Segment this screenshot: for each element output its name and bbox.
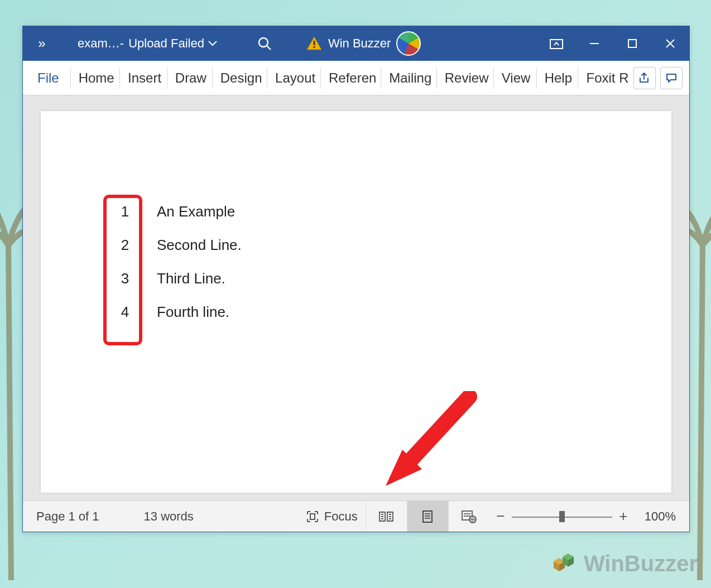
ribbon: File Home Insert Draw Design Layout Refe… — [23, 61, 689, 95]
warning-icon — [306, 36, 323, 51]
document-line: 2 Second Line. — [112, 228, 671, 262]
svg-rect-6 — [628, 40, 636, 47]
document-line: 4 Fourth line. — [112, 295, 671, 329]
tab-file[interactable]: File — [26, 70, 70, 86]
focus-mode-button[interactable]: Focus — [297, 509, 366, 524]
line-number: 2 — [112, 237, 138, 254]
title-bar: » exam… - Upload Failed Win Buzzer — [23, 26, 689, 61]
page-count[interactable]: Page 1 of 1 — [36, 509, 99, 524]
svg-line-1 — [267, 46, 271, 50]
word-window: » exam… - Upload Failed Win Buzzer — [22, 26, 690, 532]
read-mode-button[interactable] — [366, 501, 407, 532]
focus-label: Focus — [324, 509, 358, 524]
line-text[interactable]: Fourth line. — [157, 303, 229, 321]
zoom-out-button[interactable]: − — [489, 508, 512, 525]
svg-point-0 — [259, 38, 268, 47]
svg-rect-4 — [550, 40, 563, 49]
user-name[interactable]: Win Buzzer — [328, 36, 391, 51]
avatar[interactable] — [396, 31, 421, 56]
tab-mailings[interactable]: Mailing — [381, 68, 436, 89]
minimize-button[interactable] — [575, 26, 613, 61]
maximize-button[interactable] — [613, 26, 651, 61]
tab-insert[interactable]: Insert — [119, 68, 167, 89]
status-bar: Page 1 of 1 13 words Focus − + 100% — [23, 500, 689, 532]
svg-rect-9 — [310, 514, 315, 519]
svg-rect-2 — [313, 41, 315, 45]
comments-button[interactable] — [660, 67, 683, 89]
web-layout-button[interactable] — [448, 501, 489, 532]
title-dropdown-icon[interactable] — [208, 40, 218, 47]
zoom-thumb[interactable] — [559, 511, 565, 522]
line-number: 1 — [112, 203, 138, 220]
tab-design[interactable]: Design — [212, 68, 267, 89]
tab-help[interactable]: Help — [536, 68, 578, 89]
tab-references[interactable]: Referen — [320, 68, 381, 89]
line-text[interactable]: Third Line. — [157, 270, 225, 287]
line-number: 4 — [112, 303, 138, 321]
line-text[interactable]: An Example — [157, 203, 235, 220]
upload-status: Upload Failed — [128, 36, 204, 51]
tab-foxit[interactable]: Foxit R — [578, 68, 633, 89]
line-number: 3 — [112, 270, 138, 287]
page[interactable]: 1 An Example 2 Second Line. 3 Third Line… — [41, 111, 671, 493]
zoom-slider[interactable] — [512, 515, 612, 518]
zoom-in-button[interactable]: + — [612, 508, 635, 525]
document-area: 1 An Example 2 Second Line. 3 Third Line… — [23, 95, 689, 500]
close-button[interactable] — [651, 26, 689, 61]
ribbon-display-button[interactable] — [537, 26, 575, 61]
document-line: 3 Third Line. — [112, 262, 671, 295]
zoom-percentage[interactable]: 100% — [645, 509, 676, 524]
line-text[interactable]: Second Line. — [157, 237, 242, 254]
word-count[interactable]: 13 words — [144, 509, 194, 524]
tab-review[interactable]: Review — [436, 68, 493, 89]
tab-home[interactable]: Home — [70, 68, 119, 89]
tab-layout[interactable]: Layout — [267, 68, 320, 89]
tab-view[interactable]: View — [493, 68, 536, 89]
print-layout-button[interactable] — [407, 501, 448, 532]
document-line: 1 An Example — [112, 195, 671, 228]
document-name: exam… — [78, 36, 120, 51]
quick-access-overflow[interactable]: » — [23, 36, 62, 51]
title-separator: - — [120, 36, 124, 51]
svg-rect-3 — [313, 46, 315, 48]
search-icon[interactable] — [257, 36, 272, 51]
share-button[interactable] — [633, 67, 656, 89]
winbuzzer-logo-icon — [548, 550, 579, 577]
focus-icon — [305, 509, 320, 524]
svg-rect-10 — [423, 511, 432, 522]
tab-draw[interactable]: Draw — [167, 68, 212, 89]
